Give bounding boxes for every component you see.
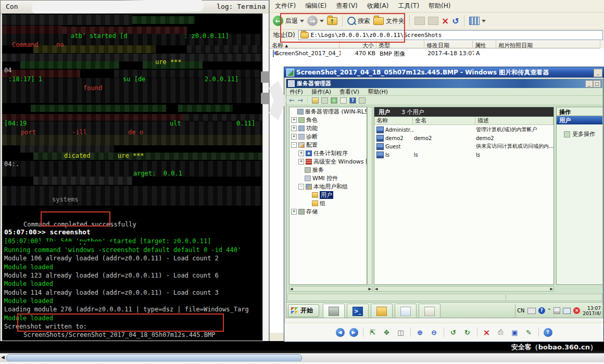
tree-expander-icon[interactable]: + [291,117,297,123]
sm-help-icon[interactable]: ? [349,97,356,104]
column-header-4[interactable]: 属性 [473,41,496,48]
terminal-screen[interactable]: atb' started [d: z0.0.0.11]Commandnoure … [2,14,262,341]
tree-item-label: 组 [320,199,325,207]
actions-group-header[interactable]: 用户 [557,116,603,124]
terminal-title-bar[interactable]: Con log: Termina [1,1,269,14]
tray-language[interactable]: CN [517,308,524,313]
actual-size-button[interactable]: ✥ [382,328,392,337]
undo-icon[interactable]: ↺ [452,16,459,26]
tree-expander-icon[interactable]: + [291,125,297,131]
taskbar-item-server-manager[interactable] [323,304,345,318]
tree-item-服务器管理器 (WIN-RL5CK4Q0FK[interactable]: 服务器管理器 (WIN-RL5CK4Q0FK [290,107,367,116]
scroll-left-icon[interactable]: ◀ [1,355,5,360]
tree-item-本地用户和组[interactable]: -本地用户和组 [290,182,367,191]
tree-expander-icon[interactable]: + [291,134,297,140]
sm-menu-help[interactable]: 帮助(H) [368,88,388,96]
flag-icon[interactable] [553,307,560,314]
slideshow-button[interactable]: ◫ [396,328,406,337]
rotate-clockwise-button[interactable]: ↻ [463,328,472,337]
sm-menu-action[interactable]: 操作(A) [311,88,331,96]
tree-horizontal-scrollbar[interactable]: ◀▶ [289,286,372,292]
views-button[interactable] [469,17,486,25]
sm-panel-icon[interactable] [359,97,366,104]
best-fit-button[interactable]: ⇱ [368,328,378,337]
delete-icon[interactable]: × [442,17,449,24]
sm-forward-icon[interactable]: → [297,97,303,104]
start-button[interactable]: 开始 [288,304,319,317]
delete-image-button[interactable]: × [482,328,492,337]
taskbar-item-notepad[interactable] [419,304,441,318]
menu-help[interactable]: 帮助(H) [429,2,450,10]
tree-item-WMI 控件[interactable]: WMI 控件 [290,174,367,182]
taskbar-item-picture-viewer[interactable] [395,304,417,318]
next-image-button[interactable]: ▶ [349,328,358,337]
sm-export-icon[interactable] [340,97,347,104]
sm-menu-view[interactable]: 查看(V) [339,88,359,96]
help-tray-icon[interactable]: ? [538,307,545,314]
tree-item-任务计划程序[interactable]: +任务计划程序 [290,149,367,157]
taskbar-item-explorer[interactable] [371,304,393,318]
minimize-button[interactable]: _ [594,69,602,77]
tree-item-功能[interactable]: +功能 [290,124,367,132]
network-icon[interactable] [563,308,571,314]
help-button[interactable]: ? [544,328,552,337]
terminal-vertical-scrollbar[interactable] [262,14,269,341]
menu-tools[interactable]: 工具(T) [398,2,419,10]
sm-refresh-icon[interactable] [331,97,337,104]
column-header-5[interactable]: 相片拍照日期 [496,41,600,48]
user-cell: demo2 [385,135,414,141]
annotation-box-screenshot-command [41,211,110,227]
tree-expander-icon[interactable]: - [291,142,297,148]
tree-item-角色[interactable]: +角色 [290,116,367,124]
tree-expander-icon[interactable]: + [298,159,304,165]
tree-expander-icon[interactable]: + [298,150,304,156]
zoom-in-button[interactable]: ⊕ [416,328,425,337]
users-column-1[interactable]: 全名 [413,117,475,124]
terminal-line: Module loaded [4,263,53,271]
tree-expander-icon[interactable]: - [298,184,304,190]
user-row-Guest[interactable]: Guest供来宾访问计算机或访问域的内... [374,142,553,150]
rotate-counterclockwise-button[interactable]: ↺ [449,328,458,337]
keyboard-icon[interactable] [527,308,536,314]
viewer-title-bar[interactable]: ScreenShot_2017_04_18_05h07m12s.445.BMP … [284,67,603,78]
print-button[interactable]: ⎙ [496,328,506,337]
tree-item-高级安全 Windows 防火墙[interactable]: +高级安全 Windows 防火墙 [290,157,367,166]
tree-item-用户[interactable]: 用户 [290,191,367,199]
tree-vertical-scrollbar[interactable] [367,107,372,285]
tray-expand-icon[interactable]: ^ [548,308,551,313]
tree-expander-icon[interactable]: + [291,209,297,215]
user-row-Administr...[interactable]: Administr...管理计算机(域)的内置帐户 [374,125,553,134]
tray-clock[interactable]: 13:07 2017/4/ [583,306,601,316]
menu-view[interactable]: 查看(V) [336,2,358,10]
users-column-0[interactable]: 名称 [374,117,413,124]
more-actions-item[interactable]: 更多操作 [564,130,595,138]
user-row-ls[interactable]: lslsls [374,150,553,159]
muted-sound-icon[interactable]: × [573,307,580,314]
tree-item-诊断[interactable]: +诊断 [290,132,367,141]
taskbar-item-powershell[interactable]: >_ [347,304,369,318]
tree-item-组[interactable]: 组 [290,199,367,207]
tree-item-配置[interactable]: -配置 [290,141,367,149]
previous-image-button[interactable]: ◀ [336,328,345,337]
user-row-demo2[interactable]: demo2demo2demo2 [374,134,553,142]
tree-item-存储[interactable]: +存储 [290,207,367,216]
menu-edit[interactable]: 编辑(E) [305,2,326,10]
sm-properties-icon[interactable] [321,97,328,104]
sm-menu-file[interactable]: 件(F) [290,88,303,96]
tree-item-服务[interactable]: 服务 [290,166,367,174]
sm-show-tree-icon[interactable] [312,97,319,104]
edit-button[interactable]: ✎ [524,328,534,337]
column-header-3[interactable]: 修改日期 [424,41,473,48]
save-button[interactable]: ▣ [510,328,520,337]
list-horizontal-scrollbar[interactable]: ◀▶ [374,286,554,292]
sm-back-icon[interactable]: ← [289,97,295,104]
page-horizontal-scrollbar[interactable]: ◀ [0,353,604,362]
scrollbar-thumb[interactable] [6,354,302,362]
zoom-out-button[interactable]: ⊖ [430,328,439,337]
menu-favorites[interactable]: 收藏(A) [367,2,389,10]
move-to-icon[interactable] [414,17,425,25]
users-column-2[interactable]: 描述 [475,117,553,124]
file-row[interactable]: ScreenShot_2017_04_18_0...470 KBBMP 图像20… [271,49,601,57]
menu-file[interactable]: 文件(F) [275,2,296,10]
copy-to-icon[interactable] [428,17,438,25]
